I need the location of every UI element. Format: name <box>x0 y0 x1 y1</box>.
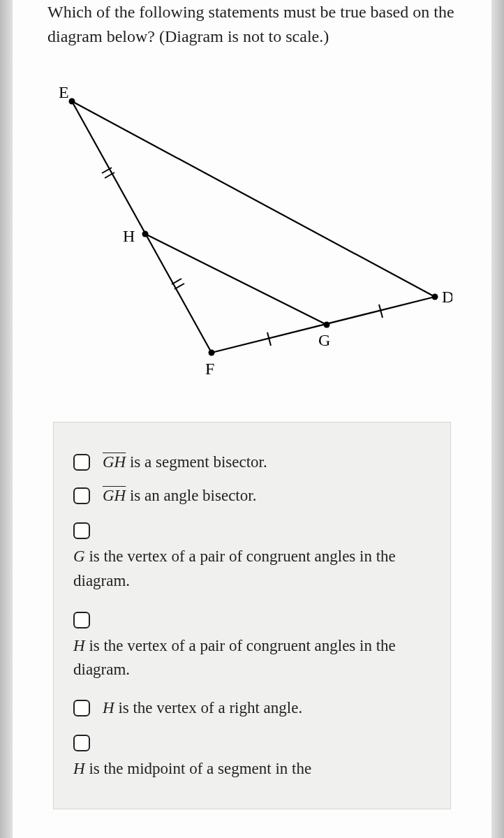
option-b: GH is an angle bisector. <box>73 484 431 508</box>
svg-point-11 <box>142 230 149 237</box>
option-e: H is the vertex of a right angle. <box>73 696 431 721</box>
svg-line-7 <box>175 284 184 289</box>
label-F: F <box>205 360 214 378</box>
option-d-text: H is the vertex of a pair of congruent a… <box>73 634 431 682</box>
question-text: Which of the following statements must b… <box>47 0 457 49</box>
svg-point-14 <box>432 293 438 300</box>
svg-line-6 <box>172 279 181 284</box>
geometry-diagram: E H F G D <box>47 70 457 394</box>
label-H: H <box>123 227 135 245</box>
checkbox-c[interactable] <box>73 522 90 539</box>
option-f: H is the midpoint of a segment in the <box>73 730 431 781</box>
option-c-text: G is the vertex of a pair of congruent a… <box>73 545 431 593</box>
checkbox-d[interactable] <box>73 612 90 628</box>
option-a: GH is a segment bisector. <box>73 450 431 475</box>
option-b-text: GH is an angle bisector. <box>103 484 256 508</box>
checkbox-b[interactable] <box>73 487 90 504</box>
option-d: H is the vertex of a pair of congruent a… <box>73 607 431 682</box>
answer-options: GH is a segment bisector. GH is an angle… <box>53 422 451 810</box>
label-D: D <box>442 288 452 306</box>
label-E: E <box>59 83 69 101</box>
checkbox-a[interactable] <box>73 454 90 471</box>
svg-point-10 <box>69 98 75 104</box>
svg-point-12 <box>209 349 215 355</box>
svg-line-3 <box>145 234 327 325</box>
option-e-text: H is the vertex of a right angle. <box>103 696 302 721</box>
option-c: G is the vertex of a pair of congruent a… <box>73 518 431 594</box>
label-G: G <box>318 331 330 349</box>
checkbox-f[interactable] <box>73 735 90 751</box>
svg-point-13 <box>324 321 330 328</box>
option-a-text: GH is a segment bisector. <box>103 450 267 475</box>
checkbox-e[interactable] <box>73 700 90 716</box>
option-f-text: H is the midpoint of a segment in the <box>73 757 431 781</box>
